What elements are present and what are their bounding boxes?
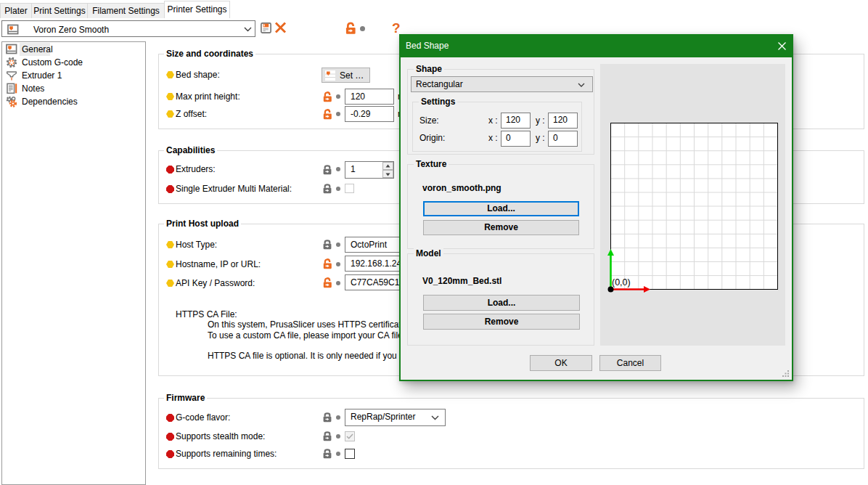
svg-text:(0,0): (0,0) [612, 277, 631, 288]
